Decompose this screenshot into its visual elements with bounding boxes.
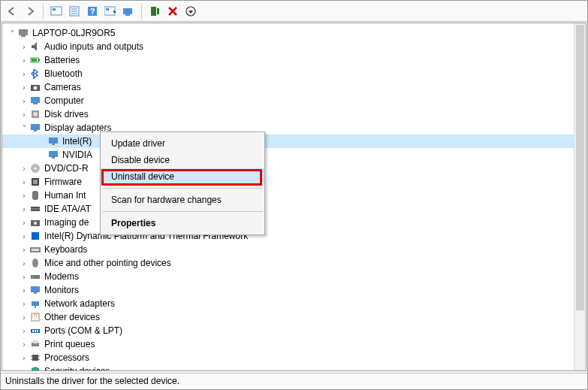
category-node[interactable]: ›Ports (COM & LPT) bbox=[2, 324, 574, 337]
scan-hardware-button[interactable] bbox=[146, 3, 163, 20]
device-tree[interactable]: ˅LAPTOP-0LJR9OR5›Audio inputs and output… bbox=[2, 23, 574, 370]
category-node[interactable]: ›?Other devices bbox=[2, 310, 574, 324]
category-node[interactable]: ›Processors bbox=[2, 351, 574, 364]
svg-rect-36 bbox=[32, 191, 38, 200]
help-button[interactable]: ? bbox=[84, 3, 101, 20]
root-node[interactable]: ˅LAPTOP-0LJR9OR5 bbox=[2, 26, 574, 40]
svg-rect-35 bbox=[33, 180, 38, 184]
tree-item-label: Other devices bbox=[44, 312, 100, 322]
expand-toggle[interactable]: › bbox=[19, 43, 29, 51]
svg-rect-23 bbox=[33, 103, 38, 104]
expand-toggle[interactable]: › bbox=[19, 300, 29, 308]
expand-toggle[interactable]: › bbox=[19, 56, 29, 65]
category-node[interactable]: ›Cameras bbox=[2, 80, 574, 94]
forward-button[interactable] bbox=[22, 3, 38, 20]
expand-toggle[interactable]: › bbox=[19, 110, 29, 119]
category-node[interactable]: ›Audio inputs and outputs bbox=[2, 40, 574, 53]
category-node[interactable]: ›Mice and other pointing devices bbox=[2, 256, 574, 270]
expand-toggle[interactable]: › bbox=[19, 273, 29, 281]
category-node[interactable]: ›Modems bbox=[2, 270, 574, 283]
show-hidden-button[interactable] bbox=[48, 3, 65, 20]
svg-rect-59 bbox=[32, 355, 38, 361]
category-node[interactable]: ›Print queues bbox=[2, 337, 574, 351]
svg-rect-54 bbox=[32, 330, 34, 332]
context-menu-separator bbox=[102, 211, 263, 212]
expand-toggle[interactable]: ˅ bbox=[7, 29, 17, 38]
category-node[interactable]: ›Human Int bbox=[2, 189, 574, 202]
device-node[interactable]: Intel(R) bbox=[2, 135, 574, 148]
expand-toggle[interactable]: › bbox=[19, 313, 29, 322]
display-icon bbox=[29, 122, 41, 134]
intel-icon bbox=[29, 230, 41, 242]
svg-rect-31 bbox=[52, 157, 55, 159]
expand-toggle[interactable]: › bbox=[19, 205, 29, 213]
tree-item-label: Processors bbox=[44, 352, 89, 363]
category-node[interactable]: ›Bluetooth bbox=[2, 67, 574, 80]
expand-toggle[interactable]: › bbox=[19, 83, 29, 92]
svg-rect-41 bbox=[32, 232, 39, 240]
expand-toggle[interactable]: › bbox=[19, 259, 29, 268]
expand-toggle[interactable]: › bbox=[19, 165, 29, 173]
category-node[interactable]: ›Disk drives bbox=[2, 107, 574, 121]
context-menu-item[interactable]: Uninstall device bbox=[101, 168, 264, 185]
expand-toggle[interactable]: › bbox=[19, 232, 29, 240]
category-node[interactable]: ›Security devices bbox=[2, 364, 574, 370]
mouse-icon bbox=[29, 257, 41, 269]
update-driver-button[interactable] bbox=[120, 3, 137, 20]
expand-toggle[interactable]: › bbox=[19, 367, 29, 371]
category-node[interactable]: ˅Display adapters bbox=[2, 121, 574, 135]
bt-icon bbox=[29, 68, 41, 80]
more-actions-button[interactable] bbox=[182, 3, 199, 20]
expand-toggle[interactable]: › bbox=[19, 70, 29, 78]
expand-toggle[interactable]: › bbox=[19, 246, 29, 254]
tree-item-label: Keyboards bbox=[44, 244, 87, 255]
category-node[interactable]: ›Monitors bbox=[2, 283, 574, 297]
device-node[interactable]: NVIDIA bbox=[2, 148, 574, 162]
context-menu-item[interactable]: Scan for hardware changes bbox=[101, 192, 264, 208]
properties-button[interactable] bbox=[66, 3, 83, 20]
category-node[interactable]: ›Batteries bbox=[2, 53, 574, 67]
scrollbar-thumb[interactable] bbox=[576, 25, 584, 310]
expand-toggle[interactable]: ˅ bbox=[19, 124, 29, 132]
category-node[interactable]: ›DVD/CD-R bbox=[2, 162, 574, 175]
category-node[interactable]: ›Network adapters bbox=[2, 297, 574, 310]
svg-rect-8 bbox=[104, 7, 115, 15]
tree-item-label: Print queues bbox=[44, 339, 95, 349]
expand-toggle[interactable]: › bbox=[19, 97, 29, 105]
expand-toggle[interactable]: › bbox=[19, 340, 29, 349]
back-button[interactable] bbox=[4, 3, 20, 20]
tree-item-label: Audio inputs and outputs bbox=[44, 41, 143, 52]
category-node[interactable]: ›IDE ATA/AT bbox=[2, 202, 574, 216]
context-menu-item[interactable]: Update driver bbox=[101, 135, 264, 152]
expand-toggle[interactable]: › bbox=[19, 192, 29, 200]
hid-icon bbox=[29, 189, 41, 201]
category-node[interactable]: ›Computer bbox=[2, 94, 574, 107]
category-node[interactable]: ›Keyboards bbox=[2, 243, 574, 256]
expand-toggle[interactable]: › bbox=[19, 327, 29, 335]
svg-rect-48 bbox=[34, 292, 37, 294]
svg-point-40 bbox=[34, 222, 37, 225]
svg-rect-18 bbox=[38, 59, 40, 62]
monitor-icon bbox=[29, 284, 41, 296]
view-button[interactable] bbox=[102, 3, 119, 20]
uninstall-button[interactable] bbox=[164, 3, 181, 20]
expand-toggle[interactable]: › bbox=[19, 354, 29, 362]
expand-toggle[interactable]: › bbox=[19, 178, 29, 186]
tree-item-label: Imaging de bbox=[44, 217, 89, 228]
context-menu-item[interactable]: Disable device bbox=[101, 152, 264, 168]
ide-icon bbox=[29, 203, 41, 215]
expand-toggle[interactable]: › bbox=[19, 219, 29, 227]
svg-point-25 bbox=[33, 112, 38, 116]
category-node[interactable]: ›Imaging de bbox=[2, 216, 574, 229]
toolbar: ? bbox=[1, 1, 587, 22]
category-node[interactable]: ›Intel(R) Dynamic Platform and Thermal F… bbox=[2, 229, 574, 243]
vertical-scrollbar[interactable] bbox=[574, 23, 586, 370]
keyboard-icon bbox=[29, 243, 41, 255]
tree-item-label: Mice and other pointing devices bbox=[44, 258, 171, 268]
context-menu-item[interactable]: Properties bbox=[101, 215, 264, 231]
net-icon bbox=[29, 298, 41, 310]
category-node[interactable]: ›Firmware bbox=[2, 175, 574, 189]
expand-toggle[interactable]: › bbox=[19, 286, 29, 295]
tree-item-label: Intel(R) bbox=[62, 136, 92, 147]
display-icon bbox=[47, 149, 59, 161]
